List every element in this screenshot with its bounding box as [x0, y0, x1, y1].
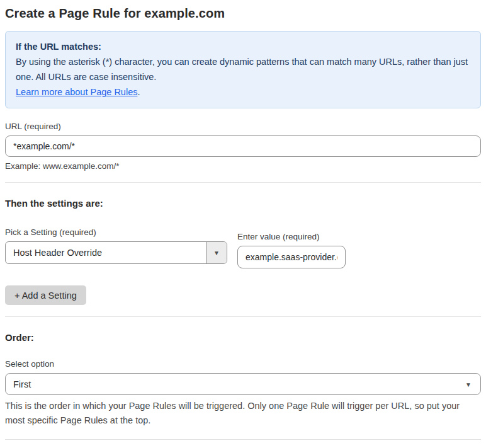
url-matches-info-box: If the URL matches: By using the asteris… [5, 31, 481, 108]
setting-value-label: Enter value (required) [237, 232, 346, 241]
settings-row: Pick a Setting (required) Host Header Ov… [5, 227, 481, 268]
divider [5, 182, 481, 183]
info-box-body: By using the asterisk (*) character, you… [16, 54, 470, 84]
add-setting-button[interactable]: + Add a Setting [5, 285, 86, 305]
page-title: Create a Page Rule for example.com [5, 6, 481, 21]
order-select-dropdown[interactable]: First ▼ [5, 373, 481, 395]
learn-more-link[interactable]: Learn more about Page Rules [16, 87, 137, 97]
divider [5, 316, 481, 317]
chevron-down-icon: ▼ [465, 381, 472, 388]
divider [5, 439, 481, 440]
chevron-down-icon: ▼ [213, 250, 220, 256]
info-box-link-line: Learn more about Page Rules. [16, 84, 470, 100]
settings-section-heading: Then the settings are: [5, 198, 481, 209]
setting-picker-label: Pick a Setting (required) [5, 227, 227, 237]
url-field-helper: Example: www.example.com/* [5, 161, 481, 171]
order-section-heading: Order: [5, 332, 481, 343]
order-helper-text: This is the order in which your Page Rul… [5, 399, 481, 428]
url-field-label: URL (required) [5, 122, 481, 131]
order-selected-value: First [13, 379, 31, 389]
setting-picker-column: Pick a Setting (required) Host Header Ov… [5, 227, 227, 264]
setting-value-column: Enter value (required) [237, 232, 346, 268]
setting-picker-dropdown[interactable]: Host Header Override ▼ [5, 241, 227, 264]
order-select-label: Select option [5, 359, 481, 369]
setting-picker-selected-value: Host Header Override [6, 242, 206, 263]
setting-value-input[interactable] [237, 246, 346, 268]
url-input[interactable] [5, 135, 481, 157]
info-box-heading: If the URL matches: [16, 39, 470, 54]
create-page-rule-form: Create a Page Rule for example.com If th… [0, 0, 486, 448]
link-suffix: . [137, 87, 140, 97]
setting-picker-arrow-button[interactable]: ▼ [206, 242, 227, 263]
